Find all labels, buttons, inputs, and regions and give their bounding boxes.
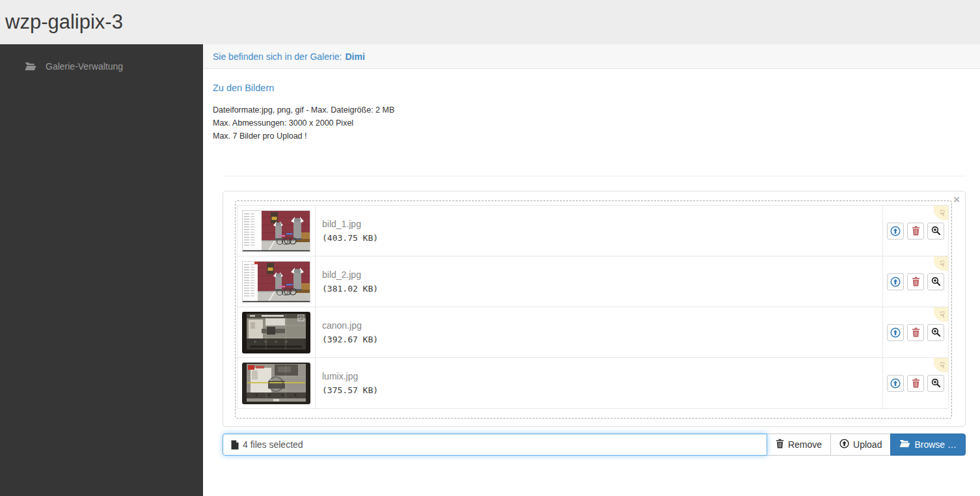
upload-file-button[interactable] xyxy=(887,324,904,341)
file-name: bild_1.jpg xyxy=(322,219,882,229)
drag-handle-icon[interactable]: ☟ xyxy=(934,307,948,322)
drag-handle-icon[interactable]: ☟ xyxy=(934,206,948,220)
upload-button[interactable]: Upload xyxy=(830,434,891,456)
info-line-dimensions: Max. Abmessungen: 3000 x 2000 Pixel xyxy=(213,117,970,130)
upload-button-label: Upload xyxy=(853,439,882,450)
sidebar: Galerie-Verwaltung xyxy=(0,44,203,496)
file-actions: ☟ xyxy=(882,256,948,307)
file-row: lumix.jpg (375.57 KB) ☟ xyxy=(237,357,949,409)
file-thumbnail xyxy=(238,206,316,256)
remove-button-label: Remove xyxy=(788,439,822,450)
file-details: lumix.jpg (375.57 KB) xyxy=(316,358,882,408)
sidebar-item-label: Galerie-Verwaltung xyxy=(46,61,123,72)
browse-button[interactable]: Browse … xyxy=(890,434,966,456)
remove-button[interactable]: Remove xyxy=(767,434,831,456)
file-icon xyxy=(231,440,239,450)
file-thumbnail xyxy=(238,256,316,307)
file-thumbnail xyxy=(238,358,316,408)
gallery-location-text: Sie befinden sich in der Galerie: xyxy=(213,51,342,62)
file-size: (392.67 KB) xyxy=(322,335,882,344)
file-details: canon.jpg (392.67 KB) xyxy=(316,307,882,357)
delete-file-button[interactable] xyxy=(907,375,924,392)
delete-file-button[interactable] xyxy=(907,324,924,341)
file-size: (375.57 KB) xyxy=(322,385,882,395)
upload-icon xyxy=(839,439,849,450)
file-row: P canon.jpg (392.67 KB) ☟ xyxy=(237,307,949,358)
file-input-group: 4 files selected Remove xyxy=(223,434,966,456)
file-upload-widget: × bild_1.jpg (403.75 KB) ☟ xyxy=(223,176,966,456)
zoom-file-button[interactable] xyxy=(927,375,944,392)
file-name: bild_2.jpg xyxy=(322,269,882,280)
info-line-max-count: Max. 7 Bilder pro Upload ! xyxy=(213,130,970,143)
upload-file-button[interactable] xyxy=(887,375,904,392)
to-images-link[interactable]: Zu den Bildern xyxy=(213,83,274,93)
file-preview-container: × bild_1.jpg (403.75 KB) ☟ xyxy=(223,191,966,427)
file-details: bild_1.jpg (403.75 KB) xyxy=(316,206,882,256)
file-details: bild_2.jpg (381.02 KB) xyxy=(316,256,882,307)
file-name: canon.jpg xyxy=(322,320,882,331)
file-name: lumix.jpg xyxy=(322,371,882,381)
file-actions: ☟ xyxy=(882,206,948,256)
zoom-file-button[interactable] xyxy=(927,223,944,240)
gallery-location-bar: Sie befinden sich in der Galerie: Dimi xyxy=(203,44,980,69)
file-caption-input[interactable]: 4 files selected xyxy=(223,434,767,456)
file-drop-zone[interactable]: bild_1.jpg (403.75 KB) ☟ xyxy=(235,200,952,419)
trash-icon xyxy=(776,439,784,450)
drag-handle-icon[interactable]: ☟ xyxy=(934,358,948,372)
folder-open-icon xyxy=(899,439,910,450)
file-caption-text: 4 files selected xyxy=(243,439,303,450)
svg-text:P: P xyxy=(299,315,303,321)
upload-file-button[interactable] xyxy=(887,223,904,240)
folder-open-icon xyxy=(25,62,36,71)
file-actions: ☟ xyxy=(882,358,948,408)
file-thumbnail: P xyxy=(238,307,316,357)
close-icon[interactable]: × xyxy=(953,194,960,205)
delete-file-button[interactable] xyxy=(907,273,924,290)
file-list: bild_1.jpg (403.75 KB) ☟ xyxy=(237,205,949,409)
browse-button-label: Browse … xyxy=(914,439,957,450)
file-row: bild_1.jpg (403.75 KB) ☟ xyxy=(237,205,949,256)
drag-handle-icon[interactable]: ☟ xyxy=(934,256,948,271)
zoom-file-button[interactable] xyxy=(927,324,944,341)
file-size: (403.75 KB) xyxy=(322,233,882,243)
upload-file-button[interactable] xyxy=(887,273,904,290)
info-line-formats: Dateiformate:jpg, png, gif - Max. Dateig… xyxy=(213,103,970,117)
gallery-name: Dimi xyxy=(345,51,364,62)
app-header: wzp-galipix-3 xyxy=(0,0,980,44)
file-row: bild_2.jpg (381.02 KB) ☟ xyxy=(237,256,949,307)
divider xyxy=(223,176,966,176)
file-actions: ☟ xyxy=(882,307,948,357)
app-title: wzp-galipix-3 xyxy=(5,10,123,34)
sidebar-item-galerie-verwaltung[interactable]: Galerie-Verwaltung xyxy=(0,44,203,72)
main-content: Sie befinden sich in der Galerie: Dimi Z… xyxy=(203,44,980,496)
zoom-file-button[interactable] xyxy=(927,273,944,290)
upload-rules-info: Dateiformate:jpg, png, gif - Max. Dateig… xyxy=(213,103,970,143)
file-size: (381.02 KB) xyxy=(322,284,882,294)
delete-file-button[interactable] xyxy=(907,223,924,240)
